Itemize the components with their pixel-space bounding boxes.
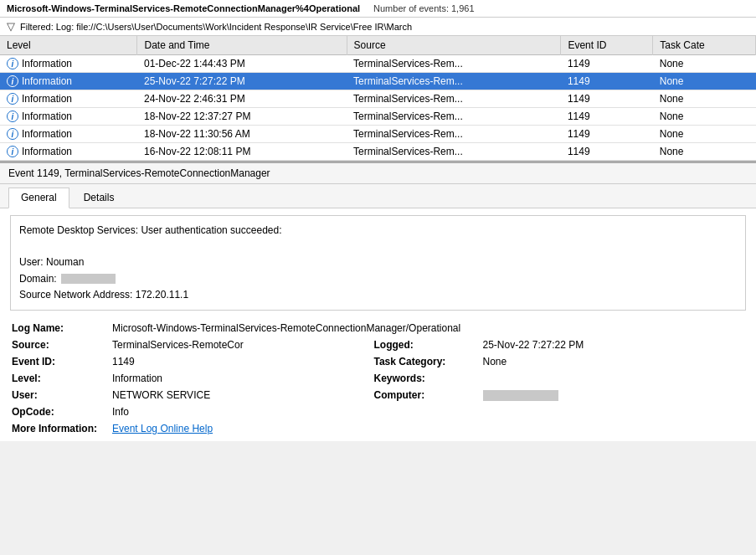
event-detail: Event 1149, TerminalServices-RemoteConne… [0,162,756,441]
message-line2: User: Nouman [19,254,737,270]
more-info-label: More Information: [12,423,112,434]
keywords-value [483,373,745,384]
level-text: Information [22,146,72,157]
cell-taskcate: None [653,126,756,143]
title-bar: Microsoft-Windows-TerminalServices-Remot… [0,0,756,18]
cell-datetime: 16-Nov-22 12:08:11 PM [137,143,347,161]
eventid-label: Event ID: [12,356,112,367]
cell-level: iInformation [0,90,137,108]
event-metadata: Log Name: Microsoft-Windows-TerminalServ… [10,322,746,434]
taskcategory-value: None [483,356,745,367]
col-taskcate[interactable]: Task Cate [653,36,756,55]
tab-details[interactable]: Details [71,188,127,208]
tab-general[interactable]: General [8,188,69,208]
table-header: Level Date and Time Source Event ID Task… [0,36,756,55]
eventid-value: 1149 [112,356,374,367]
computer-value [483,389,745,401]
table-body: iInformation01-Dec-22 1:44:43 PMTerminal… [0,55,756,161]
cell-eventid: 1149 [561,55,653,73]
info-icon: i [7,75,18,87]
table-row[interactable]: iInformation24-Nov-22 2:46:31 PMTerminal… [0,90,756,108]
table-row[interactable]: iInformation18-Nov-22 12:37:27 PMTermina… [0,108,756,126]
tab-bar: General Details [0,184,756,208]
event-table: Level Date and Time Source Event ID Task… [0,36,756,161]
level-value: Information [112,373,374,384]
event-message-box: Remote Desktop Services: User authentica… [10,215,746,311]
user-label: User: [12,389,112,401]
log-name-label: Log Name: [12,322,112,334]
message-line4: Source Network Address: 172.20.11.1 [19,287,737,303]
message-line1: Remote Desktop Services: User authentica… [19,223,737,239]
level-text: Information [22,93,72,105]
cell-level: iInformation [0,126,137,143]
cell-eventid: 1149 [561,126,653,143]
info-icon: i [7,146,18,157]
cell-eventid: 1149 [561,108,653,126]
cell-source: TerminalServices-Rem... [347,90,561,108]
event-detail-header: Event 1149, TerminalServices-RemoteConne… [0,163,756,184]
logged-value: 25-Nov-22 7:27:22 PM [483,339,745,351]
computer-label: Computer: [374,389,483,401]
more-info-value: Event Log Online Help [112,423,744,434]
message-line3: Domain: [19,271,737,287]
source-label: Source: [12,339,112,351]
info-icon: i [7,128,18,140]
cell-level: iInformation [0,108,137,126]
info-icon: i [7,58,18,69]
opcode-value: Info [112,406,374,418]
cell-datetime: 01-Dec-22 1:44:43 PM [137,55,347,73]
col-level[interactable]: Level [0,36,137,55]
cell-source: TerminalServices-Rem... [347,108,561,126]
cell-taskcate: None [653,90,756,108]
event-log-online-help-link[interactable]: Event Log Online Help [112,423,213,434]
event-count: Number of events: 1,961 [373,3,474,13]
logged-label: Logged: [374,339,483,351]
user-value: NETWORK SERVICE [112,389,374,401]
event-table-container: Level Date and Time Source Event ID Task… [0,36,756,162]
cell-datetime: 18-Nov-22 11:30:56 AM [137,126,347,143]
cell-eventid: 1149 [561,143,653,161]
info-icon: i [7,93,18,105]
opcode-label: OpCode: [12,406,112,418]
cell-taskcate: None [653,55,756,73]
cell-eventid: 1149 [561,90,653,108]
col-eventid[interactable]: Event ID [561,36,653,55]
cell-level: iInformation [0,73,137,90]
cell-level: iInformation [0,143,137,161]
col-source[interactable]: Source [347,36,561,55]
col-datetime[interactable]: Date and Time [137,36,347,55]
keywords-label: Keywords: [374,373,483,384]
filter-bar: ▽ Filtered: Log: file://C:\Users\User\Do… [0,18,756,36]
cell-taskcate: None [653,108,756,126]
event-content: Remote Desktop Services: User authentica… [0,208,756,441]
domain-redact [61,274,116,284]
level-text: Information [22,75,72,87]
cell-source: TerminalServices-Rem... [347,55,561,73]
info-icon: i [7,110,18,122]
cell-datetime: 18-Nov-22 12:37:27 PM [137,108,347,126]
filter-icon: ▽ [7,20,15,33]
cell-taskcate: None [653,73,756,90]
cell-source: TerminalServices-Rem... [347,143,561,161]
source-value: TerminalServices-RemoteCor [112,339,374,351]
cell-source: TerminalServices-Rem... [347,126,561,143]
cell-datetime: 25-Nov-22 7:27:22 PM [137,73,347,90]
level-label: Level: [12,373,112,384]
taskcategory-label: Task Category: [374,356,483,367]
window-title: Microsoft-Windows-TerminalServices-Remot… [7,3,360,13]
level-text: Information [22,58,72,69]
level-text: Information [22,110,72,122]
cell-eventid: 1149 [561,73,653,90]
cell-level: iInformation [0,55,137,73]
level-text: Information [22,128,72,140]
filter-text: Filtered: Log: file://C:\Users\User\Docu… [20,22,412,32]
cell-taskcate: None [653,143,756,161]
table-row[interactable]: iInformation01-Dec-22 1:44:43 PMTerminal… [0,55,756,73]
computer-redact [483,390,558,401]
table-row[interactable]: iInformation16-Nov-22 12:08:11 PMTermina… [0,143,756,161]
table-row[interactable]: iInformation25-Nov-22 7:27:22 PMTerminal… [0,73,756,90]
log-name-value: Microsoft-Windows-TerminalServices-Remot… [112,322,744,334]
table-row[interactable]: iInformation18-Nov-22 11:30:56 AMTermina… [0,126,756,143]
cell-datetime: 24-Nov-22 2:46:31 PM [137,90,347,108]
cell-source: TerminalServices-Rem... [347,73,561,90]
